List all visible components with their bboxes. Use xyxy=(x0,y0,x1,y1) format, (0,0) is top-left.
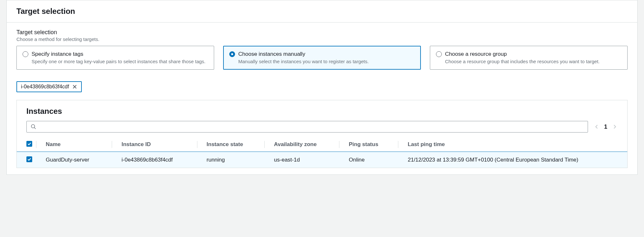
radio-icon xyxy=(229,51,235,57)
chip-label: i-0e43869c8b63f4cdf xyxy=(21,84,69,90)
col-ping-status[interactable]: Ping status xyxy=(339,137,398,152)
selected-instance-chips: i-0e43869c8b63f4cdf xyxy=(16,81,628,92)
col-last-ping[interactable]: Last ping time xyxy=(398,137,627,152)
close-icon[interactable] xyxy=(72,84,77,89)
cell-instance-state: running xyxy=(197,152,264,168)
cell-ping-status: Online xyxy=(339,152,398,168)
row-checkbox[interactable] xyxy=(26,156,32,162)
col-instance-state[interactable]: Instance state xyxy=(197,137,264,152)
radio-desc: Specify one or more tag key-value pairs … xyxy=(32,58,205,65)
target-selection-panel: Target selection Target selection Choose… xyxy=(6,0,638,175)
instance-chip[interactable]: i-0e43869c8b63f4cdf xyxy=(16,81,82,92)
radio-icon xyxy=(23,51,28,57)
cell-name: GuardDuty-server xyxy=(36,152,112,168)
instances-search[interactable] xyxy=(26,121,588,133)
panel-body: Target selection Choose a method for sel… xyxy=(7,23,637,174)
instances-toolbar: 1 xyxy=(17,121,627,137)
cell-instance-id: i-0e43869c8b63f4cdf xyxy=(112,152,197,168)
radio-desc: Manually select the instances you want t… xyxy=(238,58,369,65)
table-row[interactable]: GuardDuty-server i-0e43869c8b63f4cdf run… xyxy=(17,152,627,168)
panel-header: Target selection xyxy=(7,0,637,23)
panel-title: Target selection xyxy=(16,7,628,16)
chevron-right-icon[interactable] xyxy=(612,124,618,130)
select-all-checkbox[interactable] xyxy=(26,141,32,147)
instances-header: Instances xyxy=(17,100,627,121)
pager: 1 xyxy=(594,123,618,130)
cell-last-ping: 21/12/2023 at 13:39:59 GMT+0100 (Central… xyxy=(398,152,627,168)
header-checkbox-col xyxy=(17,137,36,152)
chevron-left-icon[interactable] xyxy=(594,124,600,130)
col-name[interactable]: Name xyxy=(36,137,112,152)
svg-line-3 xyxy=(34,128,36,129)
radio-title: Choose instances manually xyxy=(238,51,369,58)
svg-point-2 xyxy=(31,125,35,128)
section-desc: Choose a method for selecting targets. xyxy=(16,36,628,42)
target-method-radios: Specify instance tags Specify one or mor… xyxy=(16,46,628,70)
radio-specify-tags[interactable]: Specify instance tags Specify one or mor… xyxy=(16,46,214,70)
search-icon xyxy=(31,124,36,130)
page-number: 1 xyxy=(604,123,607,130)
radio-icon xyxy=(436,51,442,57)
section-label: Target selection xyxy=(16,29,628,36)
cell-az: us-east-1d xyxy=(264,152,339,168)
radio-choose-manually[interactable]: Choose instances manually Manually selec… xyxy=(223,46,421,70)
radio-title: Choose a resource group xyxy=(445,51,600,58)
radio-desc: Choose a resource group that includes th… xyxy=(445,58,600,65)
instances-panel: Instances 1 xyxy=(16,100,628,168)
radio-title: Specify instance tags xyxy=(32,51,205,58)
search-input[interactable] xyxy=(39,124,584,130)
radio-resource-group[interactable]: Choose a resource group Choose a resourc… xyxy=(430,46,628,70)
col-instance-id[interactable]: Instance ID xyxy=(112,137,197,152)
col-az[interactable]: Availability zone xyxy=(264,137,339,152)
instances-title: Instances xyxy=(26,107,618,116)
instances-table: Name Instance ID Instance state Availabi… xyxy=(17,137,627,168)
